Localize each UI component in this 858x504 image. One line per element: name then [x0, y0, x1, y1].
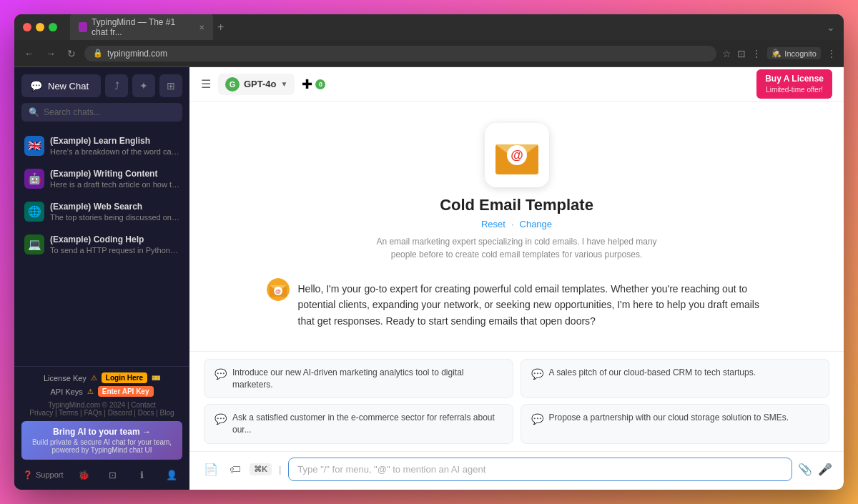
- list-item[interactable]: 🇬🇧 (Example) Learn English Here's a brea…: [19, 130, 185, 162]
- address-bar[interactable]: 🔒 typingmind.com: [84, 46, 716, 61]
- browser-menu-dots[interactable]: ⋮: [827, 48, 837, 59]
- chat-preview: To send a HTTP request in Python, y...: [50, 246, 179, 255]
- plugin-icon: ✚: [302, 76, 312, 92]
- promo-banner[interactable]: Bring AI to your team → Build private & …: [21, 421, 182, 460]
- chat-title: (Example) Learn English: [50, 136, 179, 146]
- settings-icon[interactable]: ⋮: [751, 48, 761, 59]
- suggestions-area: 💬 Introduce our new AI-driven marketing …: [189, 351, 844, 451]
- suggestion-card-4[interactable]: 💬 Propose a partnership with our cloud s…: [521, 404, 830, 444]
- incognito-label: Incognito: [784, 49, 817, 58]
- chat-preview: Here's a breakdown of the word cac...: [50, 147, 179, 156]
- chat-info: (Example) Coding Help To send a HTTP req…: [50, 234, 179, 255]
- model-selector[interactable]: G GPT-4o ▼: [218, 74, 295, 95]
- minimize-traffic-light[interactable]: [36, 23, 44, 31]
- suggestions-row-2: 💬 Ask a satisfied customer in the e-comm…: [204, 404, 829, 444]
- model-chevron-icon: ▼: [281, 80, 288, 88]
- browser-window: TypingMind — The #1 chat fr... ✕ + ⌄ ← →…: [14, 14, 844, 490]
- main-topbar: ☰ G GPT-4o ▼ ✚ 0 Buy A License Limited-t…: [189, 67, 844, 102]
- suggestion-text-4: Propose a partnership with our cloud sto…: [549, 412, 789, 424]
- search-icon: 🔍: [29, 107, 39, 117]
- new-tab-icon[interactable]: +: [217, 21, 224, 34]
- plugins-button[interactable]: ✚ 0: [302, 76, 325, 92]
- message-content: Hello, I'm your go-to expert for creatin…: [298, 278, 767, 329]
- buy-license-button[interactable]: Buy A License Limited-time offer!: [756, 69, 832, 99]
- agent-icon-svg: @: [492, 130, 542, 180]
- suggestion-card-1[interactable]: 💬 Introduce our new AI-driven marketing …: [204, 359, 513, 399]
- enter-api-key-button[interactable]: Enter API Key: [98, 386, 154, 397]
- message-avatar: @: [267, 278, 290, 301]
- suggestions-row-1: 💬 Introduce our new AI-driven marketing …: [204, 359, 829, 399]
- forward-button[interactable]: →: [43, 47, 59, 60]
- chat-title: (Example) Coding Help: [50, 234, 179, 244]
- list-item[interactable]: 🌐 (Example) Web Search The top stories b…: [19, 196, 185, 227]
- footer-icon-2[interactable]: ⊡: [104, 465, 122, 484]
- sidebar-bottom: License Key ⚠ Login Here 🎫 API Keys ⚠ En…: [14, 366, 189, 490]
- svg-text:@: @: [275, 288, 281, 295]
- model-name: GPT-4o: [244, 79, 277, 89]
- reset-link[interactable]: Reset: [481, 219, 506, 229]
- promo-title: Bring AI to your team →: [29, 427, 175, 437]
- footer-icon-4[interactable]: 👤: [162, 465, 181, 484]
- suggestion-text-3: Ask a satisfied customer in the e-commer…: [232, 412, 503, 436]
- mic-button[interactable]: 🎤: [818, 463, 832, 476]
- chat-input[interactable]: [288, 458, 792, 481]
- chat-avatar: 🇬🇧: [24, 136, 44, 156]
- active-tab[interactable]: TypingMind — The #1 chat fr... ✕: [70, 14, 213, 41]
- change-link[interactable]: Change: [520, 219, 553, 229]
- chat-avatar: 💻: [24, 234, 44, 255]
- suggestion-icon-4: 💬: [531, 412, 543, 427]
- browser-tabs: TypingMind — The #1 chat fr... ✕ +: [70, 14, 821, 41]
- back-button[interactable]: ←: [21, 47, 37, 60]
- traffic-lights: [23, 23, 57, 31]
- chat-title: (Example) Web Search: [50, 202, 179, 212]
- suggestion-text-1: Introduce our new AI-driven marketing an…: [232, 367, 503, 391]
- api-keys-label: API Keys: [50, 387, 82, 396]
- model-avatar: G: [225, 77, 240, 92]
- reload-button[interactable]: ↻: [64, 47, 79, 60]
- close-traffic-light[interactable]: [23, 23, 31, 31]
- toggle-sidebar-button[interactable]: ☰: [201, 77, 211, 91]
- agent-title: Cold Email Template: [440, 196, 593, 214]
- agent-description: An email marketing expert specializing i…: [374, 235, 660, 261]
- extensions-icon[interactable]: ⊡: [737, 48, 746, 59]
- license-row: License Key ⚠ Login Here 🎫: [21, 372, 182, 383]
- new-chat-button[interactable]: 💬 New Chat: [21, 74, 101, 97]
- support-icon: ❓: [23, 470, 33, 480]
- suggestion-card-3[interactable]: 💬 Ask a satisfied customer in the e-comm…: [204, 404, 513, 444]
- list-item[interactable]: 🤖 (Example) Writing Content Here is a dr…: [19, 163, 185, 194]
- suggestion-card-2[interactable]: 💬 A sales pitch of our cloud-based CRM t…: [521, 359, 830, 399]
- browser-toolbar: ← → ↻ 🔒 typingmind.com ☆ ⊡ ⋮ 🕵 Incognito…: [14, 40, 844, 67]
- search-box[interactable]: 🔍: [21, 103, 182, 122]
- attach-button[interactable]: 📎: [798, 463, 812, 476]
- maximize-traffic-light[interactable]: [49, 23, 57, 31]
- support-button[interactable]: ❓ Support: [23, 470, 64, 480]
- footer-icon-3[interactable]: ℹ: [133, 465, 152, 484]
- chat-icon: 💬: [30, 80, 42, 92]
- footer-text: TypingMind.com © 2024 | Contact Privacy …: [21, 401, 182, 417]
- document-icon-button[interactable]: 📄: [201, 460, 221, 479]
- license-key-button[interactable]: License Key: [44, 374, 87, 382]
- login-here-button[interactable]: Login Here: [102, 372, 147, 383]
- upload-icon-button[interactable]: ⤴: [105, 74, 128, 97]
- tab-close-icon[interactable]: ✕: [199, 24, 204, 31]
- list-item[interactable]: 💻 (Example) Coding Help To send a HTTP r…: [19, 229, 185, 260]
- chat-info: (Example) Writing Content Here is a draf…: [50, 169, 179, 189]
- chat-avatar: 🌐: [24, 202, 44, 222]
- chat-title: (Example) Writing Content: [50, 169, 179, 179]
- agent-icon-container: @: [485, 123, 549, 187]
- link-separator: ·: [511, 219, 514, 229]
- sidebar-header: 💬 New Chat ⤴ ✦ ⊞: [14, 67, 189, 103]
- incognito-badge: 🕵 Incognito: [767, 47, 821, 59]
- suggestion-icon-2: 💬: [531, 367, 543, 382]
- layout-icon-button[interactable]: ⊞: [159, 74, 182, 97]
- shortcut-separator: |: [279, 464, 281, 475]
- support-label: Support: [36, 470, 64, 479]
- bookmark-icon[interactable]: ☆: [722, 48, 731, 59]
- footer-icon-1[interactable]: 🐞: [74, 465, 93, 484]
- browser-menu-icon[interactable]: ⌄: [827, 21, 835, 33]
- tag-icon-button[interactable]: 🏷: [227, 460, 244, 479]
- api-warning-icon: ⚠: [87, 387, 94, 395]
- chat-message: @ Hello, I'm your go-to expert for creat…: [267, 278, 767, 329]
- magic-icon-button[interactable]: ✦: [132, 74, 155, 97]
- search-input[interactable]: [44, 107, 175, 117]
